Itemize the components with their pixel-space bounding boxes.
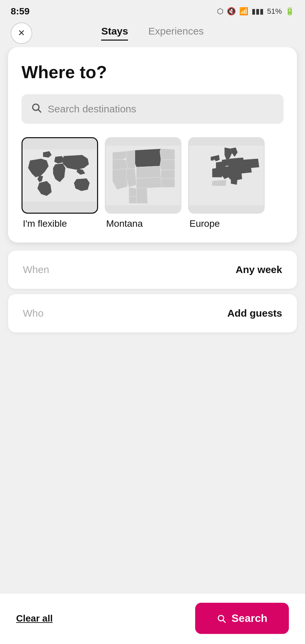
status-time: 8:59 bbox=[11, 6, 30, 17]
clear-all-button[interactable]: Clear all bbox=[16, 613, 53, 624]
battery-label: 51% bbox=[267, 7, 282, 16]
destination-flexible[interactable]: I'm flexible bbox=[21, 137, 98, 229]
close-button[interactable]: ✕ bbox=[11, 22, 32, 44]
nav-bar: ✕ Stays Experiences bbox=[0, 20, 305, 47]
signal-icon: ▮▮▮ bbox=[252, 7, 264, 16]
tab-experiences[interactable]: Experiences bbox=[148, 25, 204, 41]
when-label: When bbox=[23, 264, 49, 275]
destination-montana[interactable]: Montana bbox=[105, 137, 181, 229]
destination-europe[interactable]: Europe bbox=[188, 137, 265, 229]
main-card: Where to? bbox=[8, 47, 297, 243]
when-section[interactable]: When Any week bbox=[8, 251, 297, 289]
search-icon bbox=[31, 102, 42, 116]
when-value: Any week bbox=[236, 264, 282, 275]
nav-tabs: Stays Experiences bbox=[101, 25, 204, 41]
who-value: Add guests bbox=[227, 308, 282, 319]
mute-icon: 🔇 bbox=[227, 7, 236, 16]
section-cards: When Any week Who Add guests bbox=[8, 251, 297, 332]
search-input[interactable] bbox=[48, 103, 274, 115]
search-button-icon bbox=[217, 614, 226, 623]
battery-icon: 🔋 bbox=[285, 7, 294, 16]
who-label: Who bbox=[23, 308, 44, 319]
wifi-icon: 📶 bbox=[239, 7, 248, 16]
destination-flexible-image bbox=[21, 137, 98, 214]
svg-line-1 bbox=[38, 110, 41, 112]
svg-line-6 bbox=[223, 620, 225, 622]
search-button[interactable]: Search bbox=[195, 603, 289, 634]
who-section[interactable]: Who Add guests bbox=[8, 294, 297, 332]
destination-flexible-label: I'm flexible bbox=[21, 218, 67, 229]
destination-cards: I'm flexible bbox=[21, 137, 284, 229]
destination-montana-label: Montana bbox=[105, 218, 143, 229]
destination-europe-label: Europe bbox=[188, 218, 220, 229]
where-to-title: Where to? bbox=[21, 62, 284, 82]
status-bar: 8:59 ⬡ 🔇 📶 ▮▮▮ 51% 🔋 bbox=[0, 0, 305, 20]
bottom-bar: Clear all Search bbox=[0, 593, 305, 644]
tab-stays[interactable]: Stays bbox=[101, 25, 128, 41]
status-icons: ⬡ 🔇 📶 ▮▮▮ 51% 🔋 bbox=[217, 7, 294, 16]
search-input-container[interactable] bbox=[21, 94, 284, 124]
destination-europe-image bbox=[188, 137, 265, 214]
bluetooth-icon: ⬡ bbox=[217, 7, 223, 16]
search-button-label: Search bbox=[231, 612, 267, 625]
destination-montana-image bbox=[105, 137, 181, 214]
close-icon: ✕ bbox=[18, 28, 25, 38]
